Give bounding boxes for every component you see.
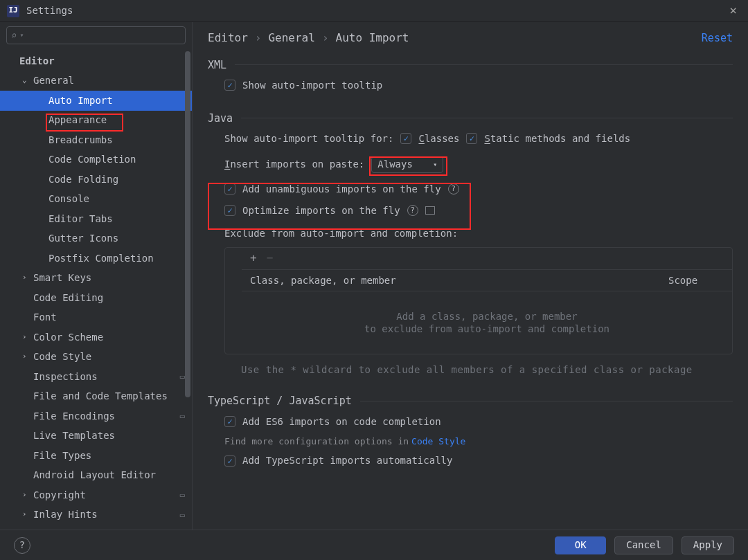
chk-label: Classes (418, 132, 459, 145)
chk-classes[interactable]: Classes (400, 132, 459, 145)
row-unambiguous: Add unambiguous imports on the fly ? (208, 183, 733, 196)
chk-es6[interactable]: Add ES6 imports on code completion (224, 415, 441, 428)
chevron-right-icon: › (22, 332, 30, 343)
tree-editor[interactable]: Editor (0, 51, 192, 71)
app-icon: IJ (7, 5, 19, 17)
chevron-down-icon[interactable]: ▾ (19, 30, 24, 40)
sidebar: ⌕ ▾ Editor ⌄General Auto Import Appearan… (0, 22, 193, 530)
tree-code-style[interactable]: ›Code Style (0, 347, 192, 368)
chk-xml-tooltip[interactable]: Show auto-import tooltip (224, 79, 382, 92)
pref-icon: ▭ (180, 509, 185, 521)
tree-android-le[interactable]: Android Layout Editor (0, 466, 192, 486)
tree-file-enc[interactable]: File Encodings▭ (0, 406, 192, 426)
tree-inlay[interactable]: ›Inlay Hints▭ (0, 505, 192, 525)
chevron-down-icon: ⌄ (22, 75, 30, 86)
chk-unambiguous[interactable]: Add unambiguous imports on the fly (224, 183, 441, 196)
tree-smart-keys[interactable]: ›Smart Keys (0, 269, 192, 289)
titlebar: IJ Settings × (0, 0, 748, 22)
settings-tree: Editor ⌄General Auto Import Appearance B… (0, 47, 192, 530)
dropdown-paste-mode[interactable]: Always ▾ (371, 156, 443, 173)
main-area: ⌕ ▾ Editor ⌄General Auto Import Appearan… (0, 22, 748, 530)
pref-icon: ▭ (180, 489, 185, 500)
tree-auto-import[interactable]: Auto Import (0, 91, 192, 111)
remove-icon[interactable]: − (267, 251, 274, 266)
tree-code-editing[interactable]: Code Editing (0, 288, 192, 308)
sidebar-scrollbar[interactable] (185, 51, 190, 530)
col-class[interactable]: Class, package, or member (250, 274, 668, 287)
content-pane: Editor › General › Auto Import Reset XML… (193, 22, 748, 530)
chevron-right-icon: › (22, 352, 30, 362)
breadcrumb: Editor › General › Auto Import Reset (208, 30, 733, 46)
pref-icon: ▭ (180, 371, 185, 382)
row-insert-paste: Insert imports on paste: Always ▾ (208, 156, 733, 173)
chk-static[interactable]: Static methods and fields (466, 132, 630, 145)
pref-icon (425, 206, 435, 215)
chevron-right-icon: › (22, 273, 30, 283)
ok-button[interactable]: OK (555, 536, 606, 554)
tree-breadcrumbs[interactable]: Breadcrumbs (0, 130, 192, 150)
window-title: Settings (26, 4, 725, 17)
checkbox-icon[interactable] (400, 133, 411, 144)
chk-label: Add ES6 imports on code completion (242, 415, 441, 428)
checkbox-icon[interactable] (224, 455, 235, 467)
tree-appearance[interactable]: Appearance (0, 111, 192, 131)
exclude-table: + − Class, package, or member Scope Add … (224, 247, 733, 355)
close-icon[interactable]: × (725, 2, 741, 19)
chk-label: Optimize imports on the fly (242, 204, 400, 217)
checkbox-icon[interactable] (224, 80, 235, 91)
tree-inspections[interactable]: Inspections▭ (0, 367, 192, 387)
tree-code-completion[interactable]: Code Completion (0, 150, 192, 170)
chevron-right-icon: › (22, 509, 30, 520)
dialog-footer: ? OK Cancel Apply (0, 530, 748, 560)
help-button[interactable]: ? (14, 537, 30, 554)
chk-label: Add TypeScript imports automatically (242, 454, 452, 467)
tree-file-types[interactable]: File Types (0, 446, 192, 466)
checkbox-icon[interactable] (466, 133, 477, 144)
checkbox-icon[interactable] (224, 416, 235, 427)
crumb-sep: › (255, 30, 262, 46)
reset-link[interactable]: Reset (702, 31, 733, 45)
tree-copyright[interactable]: ›Copyright▭ (0, 485, 192, 505)
chk-ts-auto[interactable]: Add TypeScript imports automatically (224, 454, 452, 467)
crumb-editor[interactable]: Editor (208, 30, 248, 46)
tree-console[interactable]: Console (0, 190, 192, 210)
ts-find-label: Find more configuration options in (224, 435, 409, 448)
chevron-right-icon: › (22, 490, 30, 500)
apply-button[interactable]: Apply (682, 536, 734, 554)
tree-live-templates[interactable]: Live Templates (0, 426, 192, 446)
cancel-button[interactable]: Cancel (614, 536, 673, 554)
add-icon[interactable]: + (250, 251, 257, 266)
chk-label: Add unambiguous imports on the fly (242, 183, 441, 196)
help-icon[interactable]: ? (448, 183, 459, 195)
help-icon[interactable]: ? (407, 205, 418, 216)
section-ts: TypeScript / JavaScript (208, 394, 733, 408)
chk-optimize[interactable]: Optimize imports on the fly (224, 204, 400, 217)
code-style-link[interactable]: Code Style (411, 435, 465, 448)
section-java: Java (208, 111, 733, 125)
tree-code-folding[interactable]: Code Folding (0, 170, 192, 190)
crumb-general[interactable]: General (268, 30, 314, 46)
checkbox-icon[interactable] (224, 205, 235, 216)
chevron-down-icon: ▾ (433, 160, 437, 170)
tree-editor-tabs[interactable]: Editor Tabs (0, 209, 192, 229)
tree-color-scheme[interactable]: ›Color Scheme (0, 327, 192, 347)
tree-file-templates[interactable]: File and Code Templates (0, 387, 192, 407)
exclude-placeholder: Add a class, package, or member to exclu… (242, 291, 732, 354)
tree-font[interactable]: Font (0, 308, 192, 328)
crumb-auto-import: Auto Import (336, 30, 409, 46)
col-scope[interactable]: Scope (668, 274, 724, 287)
tree-general[interactable]: ⌄General (0, 71, 192, 91)
checkbox-icon[interactable] (224, 183, 235, 195)
row-optimize: Optimize imports on the fly ? (208, 204, 733, 217)
pref-icon: ▭ (180, 410, 185, 422)
crumb-sep: › (322, 30, 329, 46)
search-input[interactable]: ⌕ ▾ (6, 26, 186, 44)
section-xml: XML (208, 58, 733, 72)
label-exclude: Exclude from auto-import and completion: (224, 227, 458, 240)
sidebar-scroll-thumb[interactable] (185, 51, 190, 397)
tree-postfix[interactable]: Postfix Completion (0, 249, 192, 269)
label-tooltip-for: Show auto-import tooltip for: (224, 132, 393, 145)
tree-gutter-icons[interactable]: Gutter Icons (0, 229, 192, 249)
chk-label: Show auto-import tooltip (242, 79, 382, 92)
wildcard-hint: Use the * wildcard to exclude all member… (208, 363, 733, 377)
